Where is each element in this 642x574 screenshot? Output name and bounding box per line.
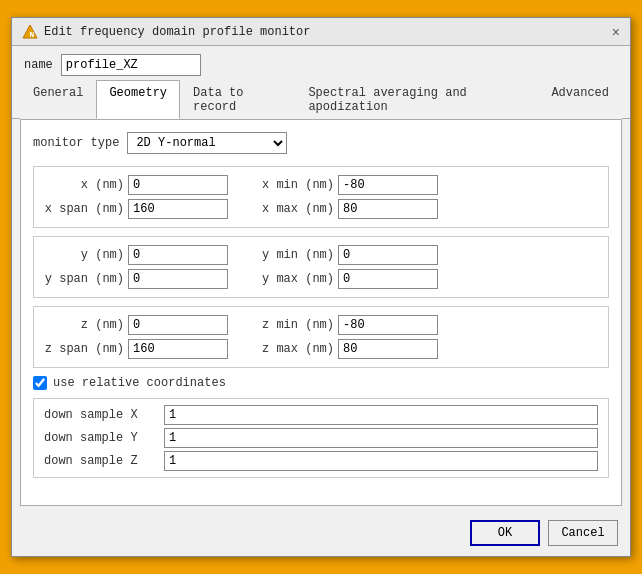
z-span-row: z span (nm) z max (nm) [44, 339, 598, 359]
dialog-footer: OK Cancel [12, 514, 630, 556]
monitor-type-label: monitor type [33, 136, 119, 150]
y-input[interactable] [128, 245, 228, 265]
x-max-input[interactable] [338, 199, 438, 219]
tab-data-to-record[interactable]: Data to record [180, 80, 295, 119]
title-bar-left: N Edit frequency domain profile monitor [22, 24, 310, 40]
x-span-row: x span (nm) x max (nm) [44, 199, 598, 219]
y-span-label: y span (nm) [44, 272, 124, 286]
x-span-label: x span (nm) [44, 202, 124, 216]
x-min-label: x min (nm) [244, 178, 334, 192]
downsample-x-label: down sample X [44, 408, 164, 422]
app-icon: N [22, 24, 38, 40]
downsample-y-label: down sample Y [44, 431, 164, 445]
x-input[interactable] [128, 175, 228, 195]
y-row: y (nm) y min (nm) [44, 245, 598, 265]
tabs: General Geometry Data to record Spectral… [12, 80, 630, 119]
downsample-y-row: down sample Y [44, 428, 598, 448]
z-max-label: z max (nm) [244, 342, 334, 356]
z-row: z (nm) z min (nm) [44, 315, 598, 335]
z-input[interactable] [128, 315, 228, 335]
downsample-section: down sample X down sample Y down sample … [33, 398, 609, 478]
tab-content-geometry: monitor type 2D Y-normal 2D X-normal 2D … [20, 119, 622, 506]
downsample-z-label: down sample Z [44, 454, 164, 468]
z-max-input[interactable] [338, 339, 438, 359]
x-label: x (nm) [44, 178, 124, 192]
tab-general[interactable]: General [20, 80, 96, 119]
y-max-input[interactable] [338, 269, 438, 289]
y-label: y (nm) [44, 248, 124, 262]
z-min-input[interactable] [338, 315, 438, 335]
x-row: x (nm) x min (nm) [44, 175, 598, 195]
x-section: x (nm) x min (nm) x span (nm) x max (nm) [33, 166, 609, 228]
cancel-button[interactable]: Cancel [548, 520, 618, 546]
tab-geometry[interactable]: Geometry [96, 80, 180, 119]
tab-spectral[interactable]: Spectral averaging and apodization [295, 80, 538, 119]
relative-coords-checkbox[interactable] [33, 376, 47, 390]
svg-text:N: N [30, 30, 35, 39]
downsample-x-row: down sample X [44, 405, 598, 425]
name-input[interactable] [61, 54, 201, 76]
x-min-input[interactable] [338, 175, 438, 195]
relative-coords-row: use relative coordinates [33, 376, 609, 390]
y-min-label: y min (nm) [244, 248, 334, 262]
dialog-title: Edit frequency domain profile monitor [44, 25, 310, 39]
dialog: N Edit frequency domain profile monitor … [11, 17, 631, 557]
relative-coords-label: use relative coordinates [53, 376, 226, 390]
y-span-row: y span (nm) y max (nm) [44, 269, 598, 289]
monitor-type-select[interactable]: 2D Y-normal 2D X-normal 2D Z-normal 3D [127, 132, 287, 154]
x-max-label: x max (nm) [244, 202, 334, 216]
z-section: z (nm) z min (nm) z span (nm) z max (nm) [33, 306, 609, 368]
z-span-input[interactable] [128, 339, 228, 359]
ok-button[interactable]: OK [470, 520, 540, 546]
x-span-input[interactable] [128, 199, 228, 219]
y-max-label: y max (nm) [244, 272, 334, 286]
y-section: y (nm) y min (nm) y span (nm) y max (nm) [33, 236, 609, 298]
downsample-z-input[interactable] [164, 451, 598, 471]
tab-advanced[interactable]: Advanced [538, 80, 622, 119]
title-bar: N Edit frequency domain profile monitor … [12, 18, 630, 46]
name-row: name [12, 46, 630, 80]
z-label: z (nm) [44, 318, 124, 332]
y-span-input[interactable] [128, 269, 228, 289]
downsample-z-row: down sample Z [44, 451, 598, 471]
monitor-type-row: monitor type 2D Y-normal 2D X-normal 2D … [33, 132, 609, 154]
name-label: name [24, 58, 53, 72]
z-min-label: z min (nm) [244, 318, 334, 332]
y-min-input[interactable] [338, 245, 438, 265]
close-button[interactable]: × [612, 25, 620, 39]
downsample-x-input[interactable] [164, 405, 598, 425]
downsample-y-input[interactable] [164, 428, 598, 448]
z-span-label: z span (nm) [44, 342, 124, 356]
